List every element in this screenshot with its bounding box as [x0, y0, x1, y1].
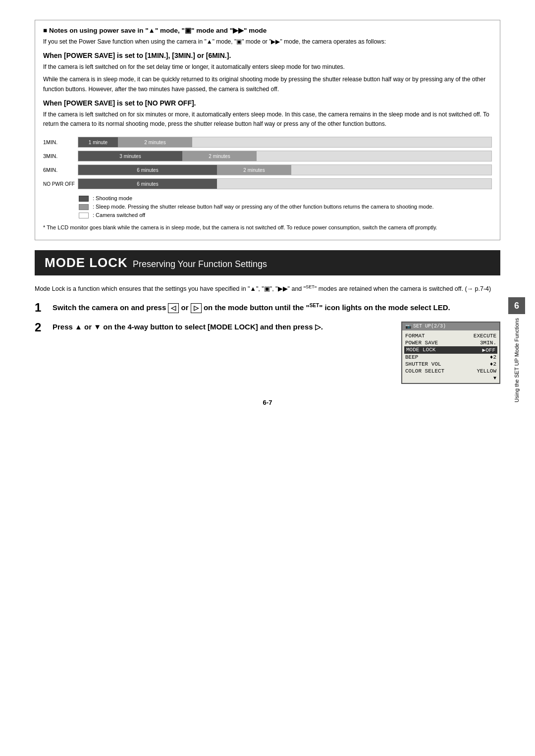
bar-3min-off [257, 151, 491, 161]
bar-1min-off [192, 137, 491, 147]
lcd-key-modelock: MODE LOCK [406, 347, 482, 353]
mode-lock-banner: MODE LOCK Preserving Your Function Setti… [35, 250, 500, 275]
bar-1min-sleep: 2 minutes [118, 137, 192, 147]
notes-box-title: ■ Notes on using power save in "▲" mode,… [43, 26, 492, 34]
timer-label-nopwr: NO PWR OFF [43, 181, 78, 187]
page-content: ■ Notes on using power save in "▲" mode,… [35, 20, 500, 406]
step2-text: Press ▲ or ▼ on the 4-way button to sele… [53, 322, 391, 333]
timer-row-1min: 1MIN. 1 minute 2 minutes [43, 137, 492, 148]
banner-sub-text: Preserving Your Function Settings [133, 259, 267, 270]
lcd-val-beep: ♦2 [490, 354, 496, 360]
timer-row-nopwr: NO PWR OFF 6 minutes [43, 178, 492, 189]
chapter-number: 6 [508, 297, 525, 314]
lcd-screenshot: 📷 SET UP(2/3) FORMAT EXECUTE POWER SAVE … [401, 322, 500, 384]
legend-box-dark [79, 196, 89, 202]
sidebar-text: Using the SET UP Mode Functions [514, 318, 520, 402]
bar-3min-shooting: 3 minutes [78, 151, 182, 161]
bar-6min-sleep: 2 minutes [217, 165, 291, 175]
legend-sleep: : Sleep mode. Pressing the shutter relea… [79, 204, 492, 210]
timer-label-3min: 3MIN. [43, 153, 78, 159]
timer-diagram: 1MIN. 1 minute 2 minutes 3MIN. 3 minutes… [43, 137, 492, 189]
timer-bar-1min: 1 minute 2 minutes [78, 137, 492, 148]
lcd-row-format: FORMAT EXECUTE [405, 332, 496, 339]
step2: 2 Press ▲ or ▼ on the 4-way button to se… [35, 322, 500, 384]
step1-title: Switch the camera on and press ◁ or ▷ on… [53, 302, 500, 314]
lcd-key-powersave: POWER SAVE [405, 340, 480, 346]
lcd-row-shuttervol: SHUTTER VOL ♦2 [405, 361, 496, 368]
lcd-header: 📷 SET UP(2/3) [402, 323, 499, 330]
or-text: or [181, 303, 191, 312]
bar-nopwr-rest [217, 179, 491, 189]
lcd-val-powersave: 3MIN. [480, 340, 496, 346]
section1-para1: If the camera is left switched on for th… [43, 62, 492, 72]
step1: 1 Switch the camera on and press ◁ or ▷ … [35, 302, 500, 314]
footnote: * The LCD monitor goes blank while the c… [43, 223, 492, 232]
right-sidebar: 6 Using the SET UP Mode Functions [508, 297, 525, 402]
lcd-val-shuttervol: ♦2 [490, 361, 496, 367]
step2-row: Press ▲ or ▼ on the 4-way button to sele… [53, 322, 500, 384]
lcd-row-powersave: POWER SAVE 3MIN. [405, 339, 496, 346]
lcd-key-colorselect: COLOR SELECT [405, 368, 477, 374]
legend-off: : Camera switched off [79, 212, 492, 218]
bar-1min-shooting: 1 minute [78, 137, 118, 147]
lcd-header-text: SET UP(2/3) [413, 324, 446, 329]
timer-row-6min: 6MIN. 6 minutes 2 minutes [43, 164, 492, 175]
step1-number: 1 [35, 302, 47, 314]
notes-intro: If you set the Power Save function when … [43, 37, 492, 47]
lcd-header-icon: 📷 [405, 324, 411, 329]
legend: : Shooting mode : Sleep mode. Pressing t… [79, 195, 492, 218]
timer-bar-3min: 3 minutes 2 minutes [78, 151, 492, 162]
legend-text-shooting: : Shooting mode [93, 195, 132, 201]
timer-bar-nopwr: 6 minutes [78, 178, 492, 189]
lcd-scroll-indicator: ▼ [405, 375, 496, 381]
timer-row-3min: 3MIN. 3 minutes 2 minutes [43, 151, 492, 162]
section2-title: When [POWER SAVE] is set to [NO PWR OFF]… [43, 99, 492, 107]
section1-title: When [POWER SAVE] is set to [1MIN.], [3M… [43, 52, 492, 59]
btn-left[interactable]: ◁ [168, 303, 179, 313]
lcd-key-format: FORMAT [405, 333, 474, 339]
lcd-val-format: EXECUTE [474, 333, 496, 339]
legend-box-light [79, 213, 89, 218]
bar-6min-shooting: 6 minutes [78, 165, 217, 175]
section1-para2: While the camera is in sleep mode, it ca… [43, 75, 492, 94]
page-number: 6-7 [35, 399, 500, 406]
timer-label-6min: 6MIN. [43, 167, 78, 173]
lcd-val-modelock: ▶OFF [482, 347, 495, 353]
step2-content: Press ▲ or ▼ on the 4-way button to sele… [53, 322, 500, 384]
lcd-row-colorselect: COLOR SELECT YELLOW [405, 368, 496, 375]
btn-right[interactable]: ▷ [191, 303, 202, 313]
banner-main-text: MODE LOCK [45, 255, 128, 270]
legend-text-sleep: : Sleep mode. Pressing the shutter relea… [93, 204, 434, 210]
timer-bar-6min: 6 minutes 2 minutes [78, 164, 492, 175]
legend-box-medium [79, 204, 89, 210]
lcd-key-shuttervol: SHUTTER VOL [405, 361, 490, 367]
legend-text-off: : Camera switched off [93, 212, 145, 218]
timer-label-1min: 1MIN. [43, 139, 78, 145]
mode-lock-intro: Mode Lock is a function which ensures th… [35, 283, 500, 294]
notes-box: ■ Notes on using power save in "▲" mode,… [35, 20, 500, 240]
step1-content: Switch the camera on and press ◁ or ▷ on… [53, 302, 500, 314]
lcd-row-beep: BEEP ♦2 [405, 354, 496, 361]
lcd-row-modelock: MODE LOCK ▶OFF [404, 346, 497, 354]
bar-3min-sleep: 2 minutes [182, 151, 257, 161]
legend-shooting: : Shooting mode [79, 195, 492, 202]
step2-number: 2 [35, 322, 47, 333]
lcd-key-beep: BEEP [405, 354, 490, 360]
bar-6min-off [291, 165, 491, 175]
bar-nopwr-shooting: 6 minutes [78, 179, 217, 189]
lcd-val-colorselect: YELLOW [477, 368, 496, 374]
step2-title: Press ▲ or ▼ on the 4-way button to sele… [53, 322, 391, 333]
section2-para: If the camera is left switched on for si… [43, 110, 492, 129]
lcd-body: FORMAT EXECUTE POWER SAVE 3MIN. MODE LOC… [402, 330, 499, 383]
